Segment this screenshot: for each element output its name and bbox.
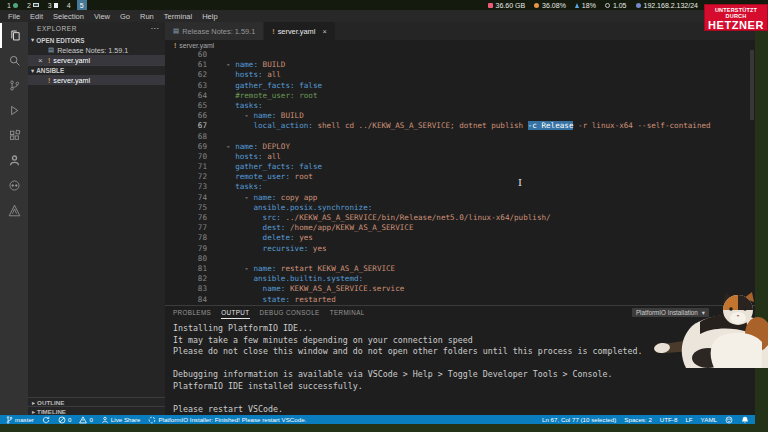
- menu-view[interactable]: View: [89, 12, 115, 21]
- section-ansible[interactable]: ▾ANSIBLE: [28, 65, 165, 75]
- workspace-4[interactable]: 4: [64, 0, 74, 10]
- load-icon: [575, 3, 579, 8]
- status-ln-67-col-77-10-selected[interactable]: Ln 67, Col 77 (10 selected): [542, 416, 616, 424]
- live-share-activity-button[interactable]: [0, 148, 28, 173]
- panel-tab-debug-console[interactable]: DEBUG CONSOLE: [260, 306, 320, 319]
- chevron-down-icon: ▾: [31, 67, 34, 75]
- status-live-share[interactable]: Live Share: [101, 416, 141, 424]
- section-open-editors[interactable]: ▾OPEN EDITORS: [28, 35, 165, 45]
- code-line-67[interactable]: 67 local_action: shell cd ../KEKW_AS_A_S…: [165, 121, 755, 131]
- status-0[interactable]: 0: [58, 416, 71, 424]
- code-line-73[interactable]: 73 tasks:: [165, 182, 755, 192]
- menu-file[interactable]: File: [3, 12, 25, 21]
- webcam-cat-overlay: [650, 292, 768, 368]
- status-platformio-installer-finished-please-restart-vscode[interactable]: PlatformIO Installer: Finished! Please r…: [148, 416, 306, 424]
- menu-edit[interactable]: Edit: [25, 12, 48, 21]
- status-utf-8[interactable]: UTF-8: [660, 416, 678, 424]
- code-line-81[interactable]: 81 - name: restart KEKW_AS_A_SERVICE: [165, 264, 755, 274]
- panel-tab-problems[interactable]: PROBLEMS: [173, 306, 211, 319]
- workspace-label: 1: [7, 2, 11, 9]
- code-line-62[interactable]: 62 hosts: all: [165, 70, 755, 80]
- code-line-60[interactable]: 60: [165, 50, 755, 60]
- code-line-68[interactable]: 68: [165, 132, 755, 142]
- source-control-activity-button[interactable]: [0, 73, 28, 98]
- status-0[interactable]: 0: [79, 416, 92, 424]
- menu-terminal[interactable]: Terminal: [159, 12, 197, 21]
- tab-release-notes-1-59-1[interactable]: ▤Release Notes: 1.59.1: [165, 22, 264, 40]
- status-lf[interactable]: LF: [685, 416, 692, 424]
- section-timeline[interactable]: ▸TIMELINE: [28, 406, 165, 415]
- tray-value: 1.05: [613, 2, 627, 9]
- run-debug-activity-button[interactable]: [0, 98, 28, 123]
- code-line-80[interactable]: 80: [165, 254, 755, 264]
- more-actions-icon[interactable]: ⋯: [151, 24, 160, 33]
- search-activity-button[interactable]: [0, 48, 28, 73]
- platformio-activity-button[interactable]: [0, 173, 28, 198]
- editor-scrollbar[interactable]: [750, 50, 754, 120]
- code-line-72[interactable]: 72 remote_user: root: [165, 172, 755, 182]
- explorer-sidebar: EXPLORER ⋯ ▾OPEN EDITORS ▤Release Notes:…: [28, 22, 165, 415]
- line-number: 73: [165, 182, 207, 192]
- status-yaml[interactable]: YAML: [701, 416, 717, 424]
- code-line-66[interactable]: 66 - name: BUILD: [165, 111, 755, 121]
- code-line-71[interactable]: 71 gather_facts: false: [165, 162, 755, 172]
- extensions-activity-button[interactable]: [0, 123, 28, 148]
- code-line-78[interactable]: 78 delete: yes: [165, 233, 755, 243]
- code-line-69[interactable]: 69- name: DEPLOY: [165, 142, 755, 152]
- hetzner-sponsor-badge: UNTERSTÜTZT DURCH HETZNER: [704, 4, 768, 31]
- breadcrumb[interactable]: ! server.yaml: [165, 40, 755, 50]
- menu-go[interactable]: Go: [115, 12, 135, 21]
- desktop-taskbar: 12345 36.60 GB36.08%18%1.05192.168.2.132…: [0, 0, 768, 10]
- menu-selection[interactable]: Selection: [48, 12, 89, 21]
- code-line-70[interactable]: 70 hosts: all: [165, 152, 755, 162]
- line-number: 62: [165, 70, 207, 80]
- workspace-5[interactable]: 5: [77, 0, 87, 10]
- code-line-77[interactable]: 77 dest: /home/app/KEKW_AS_A_SERVICE: [165, 223, 755, 233]
- section-label: OPEN EDITORS: [36, 37, 84, 44]
- cpu-icon: [534, 3, 539, 8]
- code-line-76[interactable]: 76 src: ../KEKW_AS_A_SERVICE/bin/Release…: [165, 213, 755, 223]
- status-feedback-icon[interactable]: [725, 416, 733, 424]
- platformio-icon: [8, 179, 21, 192]
- tray-value: 192.168.2.132/24: [644, 2, 699, 9]
- workspace-1[interactable]: 1: [4, 0, 21, 10]
- code-line-75[interactable]: 75 ansible.posix.synchronize:: [165, 203, 755, 213]
- status-master[interactable]: master: [6, 416, 34, 424]
- tray-stat-1-05: 1.05: [605, 2, 627, 9]
- workspace-3[interactable]: 3: [45, 0, 61, 10]
- close-icon[interactable]: ×: [38, 57, 45, 64]
- panel-tab-output[interactable]: OUTPUT: [221, 306, 249, 319]
- code-line-74[interactable]: 74 - name: copy app: [165, 193, 755, 203]
- monitor-icon: [33, 3, 39, 7]
- workspace-label: 3: [48, 2, 52, 9]
- status-label: LF: [685, 416, 692, 423]
- status-sync-icon[interactable]: [42, 416, 50, 424]
- menu-help[interactable]: Help: [197, 12, 222, 21]
- files-activity-button[interactable]: [0, 23, 28, 48]
- status-spaces-2[interactable]: Spaces: 2: [624, 416, 652, 424]
- code-line-61[interactable]: 61- name: BUILD: [165, 60, 755, 70]
- line-number: 61: [165, 60, 207, 70]
- tab-server-yaml[interactable]: !server.yaml×: [264, 22, 335, 40]
- line-number: 67: [165, 121, 207, 131]
- code-line-63[interactable]: 63 gather_facts: false: [165, 81, 755, 91]
- search-icon: [8, 54, 21, 67]
- close-icon[interactable]: ×: [322, 27, 326, 36]
- workspace-2[interactable]: 2: [24, 0, 42, 10]
- panel-tab-terminal[interactable]: TERMINAL: [330, 306, 365, 319]
- sidebar-item-server-yaml[interactable]: ×!server.yaml: [28, 55, 165, 65]
- line-number: 63: [165, 81, 207, 91]
- code-line-65[interactable]: 65 tasks:: [165, 101, 755, 111]
- ansible-activity-button[interactable]: [0, 198, 28, 223]
- sidebar-item-release-notes-1-59-1[interactable]: ▤Release Notes: 1.59.1: [28, 45, 165, 55]
- section-outline[interactable]: ▸OUTLINE: [28, 397, 165, 406]
- sync-icon: [42, 416, 50, 424]
- line-number: 84: [165, 295, 207, 305]
- code-line-64[interactable]: 64 #remote_user: root: [165, 91, 755, 101]
- sidebar-item-server-yaml[interactable]: !server.yaml: [28, 75, 165, 85]
- code-editor[interactable]: 6061- name: BUILD62 hosts: all63 gather_…: [165, 50, 755, 305]
- status-bell-icon[interactable]: [741, 416, 749, 424]
- code-line-82[interactable]: 82 ansible.builtin.systemd:: [165, 274, 755, 284]
- code-line-79[interactable]: 79 recursive: yes: [165, 244, 755, 254]
- menu-run[interactable]: Run: [135, 12, 159, 21]
